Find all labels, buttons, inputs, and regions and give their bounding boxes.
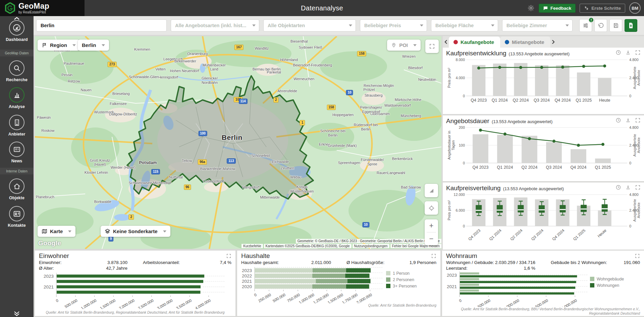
basemap-dropdown[interactable]: Karte: [38, 226, 75, 237]
map-canvas[interactable]: WiesenauPaulinenauePessinRetzowNauenKrem…: [35, 36, 441, 249]
source-note: Quelle: Amt für Statistik Berlin-Branden…: [39, 310, 231, 315]
svg-text:0: 0: [629, 94, 631, 98]
erste-schritte-button[interactable]: Erste Schritte: [580, 4, 625, 13]
sidebar-item-dashboard[interactable]: Dashboard: [0, 20, 34, 42]
svg-text:Q4 2024: Q4 2024: [555, 98, 571, 103]
stat-label: Leerstand:: [446, 266, 468, 271]
offer-type-tabs: Kaufangebote Mietangebote: [443, 36, 644, 48]
fullscreen-icon[interactable]: [635, 50, 641, 55]
sidebar-scroll-down-icon[interactable]: [0, 311, 34, 316]
stat-value: 42,7 Jahre: [106, 266, 127, 271]
tabs-scroll-left-icon[interactable]: [443, 36, 449, 48]
svg-text:4.000.000: 4.000.000: [195, 298, 211, 309]
dropdown-objektarten[interactable]: Alle Objektarten: [263, 19, 356, 32]
sidebar-label-objekte: Objekte: [0, 196, 34, 200]
tabs-scroll-right-icon[interactable]: [550, 36, 556, 48]
search-input[interactable]: [36, 19, 167, 32]
svg-text:0: 0: [253, 293, 257, 297]
download-icon[interactable]: [625, 117, 631, 123]
dropdown-zimmer[interactable]: Beliebige Zimmer: [502, 19, 573, 32]
dropdown-preis-value: Beliebiger Preis: [364, 23, 417, 28]
download-icon[interactable]: [625, 50, 631, 55]
measure-tool-button[interactable]: [425, 184, 438, 197]
export-button[interactable]: [625, 19, 637, 32]
panel-title: Einwohner: [39, 252, 69, 260]
fullscreen-icon[interactable]: [635, 117, 641, 123]
dashboard-gauge-icon: [12, 23, 21, 32]
map-town-label: Rauen: [377, 171, 387, 175]
terms-link[interactable]: Nutzungsbedingungen: [353, 244, 389, 248]
erste-schritte-label: Erste Schritte: [591, 6, 621, 11]
angebotsdauer-chart: 001002.4002004.800Q4 2023Q1 2024Q2 2024Q…: [446, 125, 640, 175]
analysis-panel: Kaufangebote Mietangebote Kaufpreisentwi…: [443, 36, 644, 249]
fullscreen-icon[interactable]: [635, 253, 640, 259]
history-clock-icon[interactable]: [615, 184, 621, 190]
dropdown-preis[interactable]: Beliebiger Preis: [360, 19, 427, 32]
locate-button[interactable]: [425, 201, 438, 215]
sidebar-item-recherche[interactable]: Recherche: [0, 60, 34, 82]
zoom-in-button[interactable]: +: [425, 219, 438, 232]
save-search-button[interactable]: [609, 19, 622, 32]
geomap-logo[interactable]: GeoMap by RealEstatePilot: [0, 0, 85, 16]
sidebar-item-objekte[interactable]: Objekte: [0, 178, 34, 200]
map-route-shield: 167: [234, 45, 244, 50]
fullscreen-icon[interactable]: [635, 184, 641, 190]
reset-filters-button[interactable]: [594, 19, 607, 32]
region-value-dropdown[interactable]: Berlin: [78, 40, 109, 51]
overlay-dropdown[interactable]: Keine Sonderkarte: [101, 226, 170, 237]
fullscreen-icon[interactable]: [431, 253, 436, 259]
map-route-shield: 2: [128, 214, 134, 220]
sidebar-collapse-up-icon[interactable]: [0, 17, 34, 20]
stat-label: Arbeitslosenanteil:: [143, 260, 180, 266]
zoom-out-button[interactable]: −: [425, 232, 438, 245]
more-filters-button[interactable]: !: [579, 19, 592, 32]
map-town-label: Planebruch: [36, 195, 54, 199]
user-avatar[interactable]: BM: [629, 2, 641, 14]
map-route-shield: 115: [151, 169, 160, 174]
map-town-label: Panketal: [267, 70, 281, 74]
dropdown-angebotsarten[interactable]: Alle Angebotsarten (inkl. hist...: [171, 19, 259, 32]
fullscreen-icon[interactable]: [226, 253, 231, 259]
region-selected-value: Berlin: [82, 42, 96, 48]
undo-icon: [598, 22, 604, 29]
svg-text:8.000: 8.000: [455, 58, 465, 62]
panel-einwohner: Einwohner Einwohner:3.878.100 Ø Alter:42…: [35, 251, 235, 316]
dropdown-flaeche[interactable]: Beliebige Fläche: [431, 19, 498, 32]
poi-dropdown[interactable]: POI: [387, 40, 421, 51]
panel-haushalte: Haushalte Haushalte gesamt:2.011.000 Ø H…: [237, 251, 440, 316]
svg-text:Q1 2025: Q1 2025: [595, 165, 611, 170]
svg-text:Angebote: Angebote: [637, 70, 640, 86]
svg-text:2023: 2023: [242, 268, 252, 273]
svg-text:2023: 2023: [44, 274, 54, 279]
region-mode-dropdown[interactable]: Region: [38, 40, 80, 51]
einwohner-chart: 202320210500.0001.000.0001.500.0002.000.…: [39, 271, 231, 309]
tab-kaufangebote[interactable]: Kaufangebote: [449, 37, 500, 48]
map-town-label: Langewahl: [387, 171, 405, 175]
legend-swatch: [386, 284, 390, 288]
map-town-label: Beiersdorf-Freudenberg: [293, 63, 332, 67]
history-clock-icon[interactable]: [615, 117, 621, 123]
svg-text:Heute: Heute: [597, 228, 607, 238]
home-icon: [13, 182, 21, 191]
download-icon[interactable]: [625, 184, 631, 190]
map-town-label: Kremmen: [134, 47, 150, 51]
sidebar-item-kontakte[interactable]: Kontakte: [0, 206, 34, 228]
history-clock-icon[interactable]: [615, 50, 621, 55]
svg-text:0: 0: [463, 161, 465, 165]
feedback-button[interactable]: Feedback: [539, 4, 576, 13]
sidebar-item-analyse[interactable]: Analyse: [0, 87, 34, 109]
settings-gear-icon[interactable]: [527, 4, 535, 12]
sidebar-item-news[interactable]: News: [0, 142, 34, 163]
map-fullscreen-button[interactable]: [425, 40, 439, 53]
tab-mietangebote[interactable]: Mietangebote: [500, 37, 550, 48]
sidebar-item-anbieter[interactable]: Anbieter: [0, 115, 34, 137]
sidebar-label-analyse: Analyse: [0, 104, 34, 109]
ruler-triangle-icon: [428, 188, 435, 194]
svg-text:0: 0: [629, 224, 631, 228]
map-town-label: Zeuthen: [280, 166, 294, 170]
shortcuts-link[interactable]: Kurzbefehle: [241, 244, 263, 248]
map-town-label: Berlin: [222, 134, 243, 142]
map-route-shield: 114: [238, 99, 247, 104]
stat-label: Gebäude bis 2 Wohnungen:: [551, 260, 607, 266]
map-town-label: Bliesdorf: [408, 66, 423, 70]
